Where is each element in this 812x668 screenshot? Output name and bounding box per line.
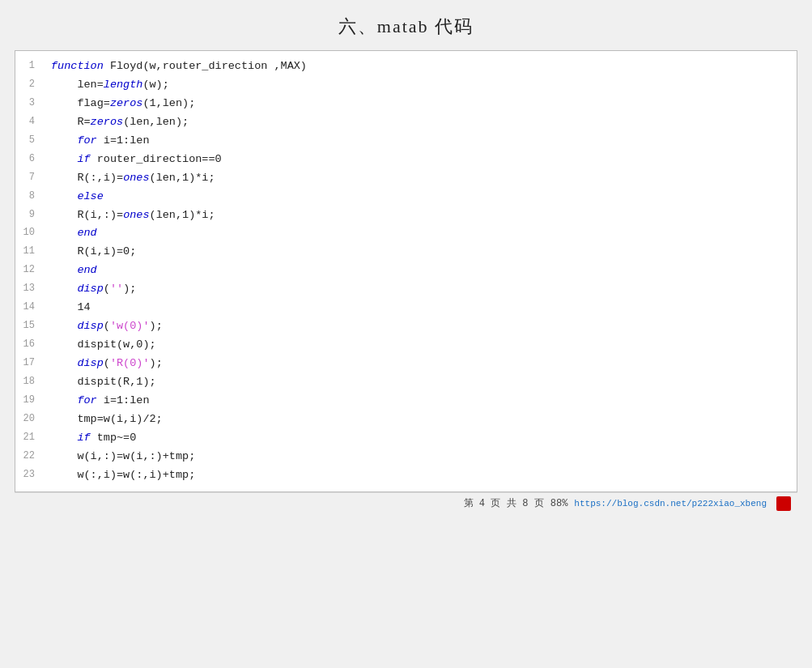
code-container: 1function Floyd(w,router_direction ,MAX)… (15, 50, 797, 492)
line-content: disp(''); (45, 280, 797, 299)
line-number: 13 (15, 280, 45, 299)
line-number: 3 (15, 95, 45, 113)
table-row: 2 len=length(w); (15, 76, 797, 95)
line-content: R(:,i)=ones(len,1)*i; (45, 169, 797, 188)
line-content: tmp=w(i,i)/2; (45, 411, 797, 429)
table-row: 5 for i=1:len (15, 132, 797, 151)
table-row: 10 end (15, 224, 797, 243)
line-number: 8 (15, 188, 45, 206)
page-info: 第 4 页 (464, 496, 501, 510)
brand-icon (776, 496, 791, 511)
line-number: 22 (15, 448, 45, 466)
table-row: 8 else (15, 188, 797, 206)
line-number: 7 (15, 169, 45, 188)
line-content: for i=1:len (45, 132, 797, 151)
line-number: 15 (15, 317, 45, 336)
line-content: R(i,:)=ones(len,1)*i; (45, 206, 797, 225)
page-total: 共 8 页 (507, 496, 544, 510)
line-number: 17 (15, 355, 45, 373)
line-content: 14 (45, 299, 797, 317)
page-title: 六、matab 代码 (0, 0, 812, 50)
table-row: 12 end (15, 262, 797, 280)
line-content: R(i,i)=0; (45, 243, 797, 262)
table-row: 19 for i=1:len (15, 392, 797, 411)
line-number: 14 (15, 299, 45, 317)
line-number: 1 (15, 57, 45, 76)
line-content: if router_direction==0 (45, 151, 797, 169)
table-row: 16 dispit(w,0); (15, 336, 797, 355)
table-row: 7 R(:,i)=ones(len,1)*i; (15, 169, 797, 188)
line-number: 6 (15, 151, 45, 169)
table-row: 17 disp('R(0)'); (15, 355, 797, 373)
table-row: 23 w(:,i)=w(:,i)+tmp; (15, 466, 797, 485)
table-row: 9 R(i,:)=ones(len,1)*i; (15, 206, 797, 225)
table-row: 1function Floyd(w,router_direction ,MAX) (15, 57, 797, 76)
line-content: function Floyd(w,router_direction ,MAX) (45, 57, 797, 76)
line-content: w(:,i)=w(:,i)+tmp; (45, 466, 797, 485)
table-row: 21 if tmp~=0 (15, 429, 797, 448)
line-content: end (45, 262, 797, 280)
line-number: 16 (15, 336, 45, 355)
line-number: 11 (15, 243, 45, 262)
line-number: 5 (15, 132, 45, 151)
line-number: 2 (15, 76, 45, 95)
line-content: len=length(w); (45, 76, 797, 95)
table-row: 6 if router_direction==0 (15, 151, 797, 169)
line-number: 18 (15, 373, 45, 392)
line-content: flag=zeros(1,len); (45, 95, 797, 113)
bottom-bar: 第 4 页 共 8 页 88% https://blog.csdn.net/p2… (15, 492, 797, 514)
table-row: 13 disp(''); (15, 280, 797, 299)
table-row: 4 R=zeros(len,len); (15, 113, 797, 132)
zoom-level: 88% (551, 498, 568, 509)
line-number: 23 (15, 466, 45, 485)
code-block: 1function Floyd(w,router_direction ,MAX)… (15, 51, 797, 491)
line-content: dispit(R,1); (45, 373, 797, 392)
line-content: if tmp~=0 (45, 429, 797, 448)
line-content: end (45, 224, 797, 243)
line-content: disp('R(0)'); (45, 355, 797, 373)
line-content: R=zeros(len,len); (45, 113, 797, 132)
source-link[interactable]: https://blog.csdn.net/p222xiao_xbeng (574, 499, 767, 508)
table-row: 15 disp('w(0)'); (15, 317, 797, 336)
line-number: 21 (15, 429, 45, 448)
line-number: 19 (15, 392, 45, 411)
table-row: 11 R(i,i)=0; (15, 243, 797, 262)
line-number: 10 (15, 224, 45, 243)
table-row: 18 dispit(R,1); (15, 373, 797, 392)
table-row: 3 flag=zeros(1,len); (15, 95, 797, 113)
table-row: 22 w(i,:)=w(i,:)+tmp; (15, 448, 797, 466)
line-number: 12 (15, 262, 45, 280)
line-number: 20 (15, 411, 45, 429)
table-row: 20 tmp=w(i,i)/2; (15, 411, 797, 429)
line-content: w(i,:)=w(i,:)+tmp; (45, 448, 797, 466)
line-number: 9 (15, 206, 45, 225)
line-number: 4 (15, 113, 45, 132)
line-content: dispit(w,0); (45, 336, 797, 355)
line-content: else (45, 188, 797, 206)
line-content: disp('w(0)'); (45, 317, 797, 336)
line-content: for i=1:len (45, 392, 797, 411)
table-row: 14 14 (15, 299, 797, 317)
